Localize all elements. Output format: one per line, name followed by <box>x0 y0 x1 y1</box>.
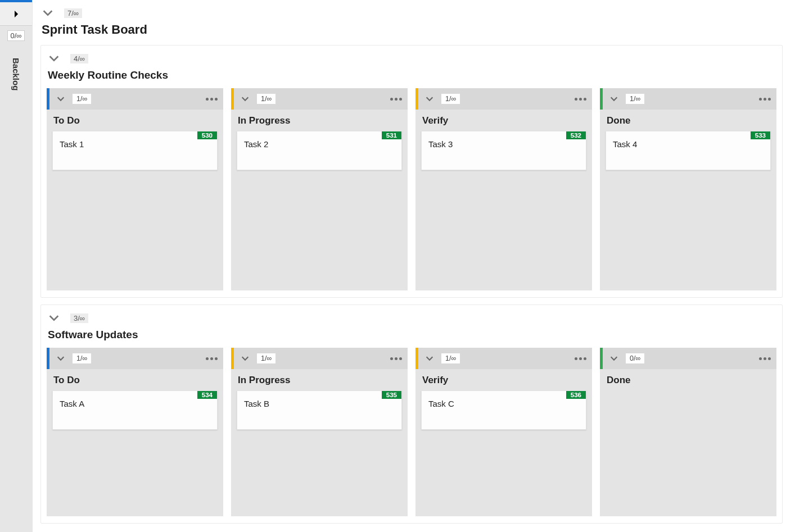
column-collapse-button[interactable] <box>423 352 436 365</box>
column-more-button[interactable] <box>206 98 218 101</box>
column-title: In Progress <box>231 110 408 131</box>
column-accent <box>415 348 418 369</box>
backlog-expand-button[interactable] <box>0 2 32 26</box>
column-collapse-button[interactable] <box>608 93 620 105</box>
column-cards <box>600 390 776 397</box>
column-collapse-button[interactable] <box>239 93 251 105</box>
swimlane-collapse-button[interactable] <box>47 51 61 66</box>
card-title: Task 4 <box>613 139 764 149</box>
card-badge: 530 <box>197 131 217 139</box>
column-collapse-button[interactable] <box>55 352 67 365</box>
column-count: 1/∞ <box>441 94 460 104</box>
task-card[interactable]: 535 Task B <box>237 390 402 430</box>
board-collapse-button[interactable] <box>40 6 55 20</box>
card-title: Task B <box>244 399 395 408</box>
card-badge: 535 <box>382 391 401 399</box>
column-todo: 1/∞ To Do 534 Task A <box>47 348 223 516</box>
chevron-down-icon <box>42 7 54 19</box>
task-card[interactable]: 530 Task 1 <box>52 131 218 170</box>
swimlane-count: 3/∞ <box>70 313 88 323</box>
column-title: Verify <box>415 369 592 390</box>
column-count: 1/∞ <box>73 94 91 104</box>
column-count: 0/∞ <box>626 353 644 363</box>
column-accent <box>415 88 418 110</box>
column-done: 1/∞ Done 533 Task 4 <box>600 88 776 290</box>
column-accent <box>600 88 603 110</box>
column-cards: 536 Task C <box>415 390 592 436</box>
card-title: Task 1 <box>60 139 210 149</box>
column-collapse-button[interactable] <box>55 93 67 105</box>
column-cards: 534 Task A <box>47 390 223 436</box>
swimlane-columns: 1/∞ To Do 534 Task A 1/∞ <box>47 348 776 516</box>
task-card[interactable]: 531 Task 2 <box>237 131 402 170</box>
column-header: 1/∞ <box>600 88 776 110</box>
task-card[interactable]: 534 Task A <box>52 390 218 430</box>
task-card[interactable]: 536 Task C <box>421 390 586 430</box>
task-card[interactable]: 532 Task 3 <box>421 131 586 170</box>
swimlane-title: Software Updates <box>48 329 776 341</box>
column-header: 1/∞ <box>415 348 592 369</box>
column-header: 1/∞ <box>47 88 223 110</box>
swimlane-software-updates: 3/∞ Software Updates 1/∞ To Do 534 Task … <box>40 304 783 524</box>
card-badge: 534 <box>197 391 217 399</box>
card-badge: 531 <box>382 131 401 139</box>
card-title: Task C <box>428 399 579 408</box>
card-badge: 536 <box>566 391 586 399</box>
column-title: To Do <box>47 369 223 390</box>
chevron-down-icon <box>425 94 434 103</box>
chevron-down-icon <box>56 94 65 103</box>
column-accent <box>600 348 603 369</box>
chevron-down-icon <box>56 354 65 363</box>
column-title: In Progress <box>231 369 408 390</box>
column-more-button[interactable] <box>759 357 771 360</box>
column-accent <box>47 348 49 369</box>
card-title: Task 3 <box>428 139 579 149</box>
column-more-button[interactable] <box>390 98 402 101</box>
chevron-down-icon <box>241 354 250 363</box>
column-cards: 532 Task 3 <box>415 131 592 177</box>
column-todo: 1/∞ To Do 530 Task 1 <box>47 88 223 290</box>
column-more-button[interactable] <box>390 357 402 360</box>
column-collapse-button[interactable] <box>423 93 436 105</box>
column-count: 1/∞ <box>441 353 460 363</box>
column-cards: 530 Task 1 <box>47 131 223 177</box>
backlog-label: Backlog <box>11 58 21 90</box>
swimlane-collapse-button[interactable] <box>47 311 61 325</box>
swimlane-count: 4/∞ <box>70 54 88 63</box>
board-title: Sprint Task Board <box>42 22 783 37</box>
column-more-button[interactable] <box>759 98 771 101</box>
card-title: Task 2 <box>244 139 395 149</box>
column-cards: 535 Task B <box>231 390 408 436</box>
board-count: 7/∞ <box>64 8 82 18</box>
column-verify: 1/∞ Verify 536 Task C <box>415 348 592 516</box>
column-header: 0/∞ <box>600 348 776 369</box>
backlog-sidebar: 0/∞ Backlog <box>0 0 33 532</box>
column-count: 1/∞ <box>257 353 275 363</box>
column-accent <box>231 348 234 369</box>
swimlane-header: 3/∞ <box>47 311 776 325</box>
task-card[interactable]: 533 Task 4 <box>606 131 771 170</box>
column-count: 1/∞ <box>257 94 275 104</box>
backlog-count: 0/∞ <box>7 30 24 41</box>
column-header: 1/∞ <box>231 348 408 369</box>
column-verify: 1/∞ Verify 532 Task 3 <box>415 88 592 290</box>
column-collapse-button[interactable] <box>239 352 251 365</box>
chevron-down-icon <box>48 52 60 65</box>
chevron-right-icon <box>11 9 21 19</box>
column-more-button[interactable] <box>575 98 586 101</box>
column-in-progress: 1/∞ In Progress 535 Task B <box>231 348 408 516</box>
chevron-down-icon <box>609 354 618 363</box>
column-title: To Do <box>47 110 223 131</box>
column-title: Verify <box>415 110 592 131</box>
column-collapse-button[interactable] <box>608 352 620 365</box>
swimlane-title: Weekly Routine Checks <box>48 69 776 81</box>
chevron-down-icon <box>425 354 434 363</box>
swimlane-weekly-routine-checks: 4/∞ Weekly Routine Checks 1/∞ To Do 530 <box>40 45 783 298</box>
card-title: Task A <box>60 399 210 408</box>
swimlane-header: 4/∞ <box>47 51 776 66</box>
column-more-button[interactable] <box>206 357 218 360</box>
column-more-button[interactable] <box>575 357 586 360</box>
column-count: 1/∞ <box>626 94 644 104</box>
swimlane-columns: 1/∞ To Do 530 Task 1 1/ <box>47 88 776 290</box>
column-header: 1/∞ <box>231 88 408 110</box>
